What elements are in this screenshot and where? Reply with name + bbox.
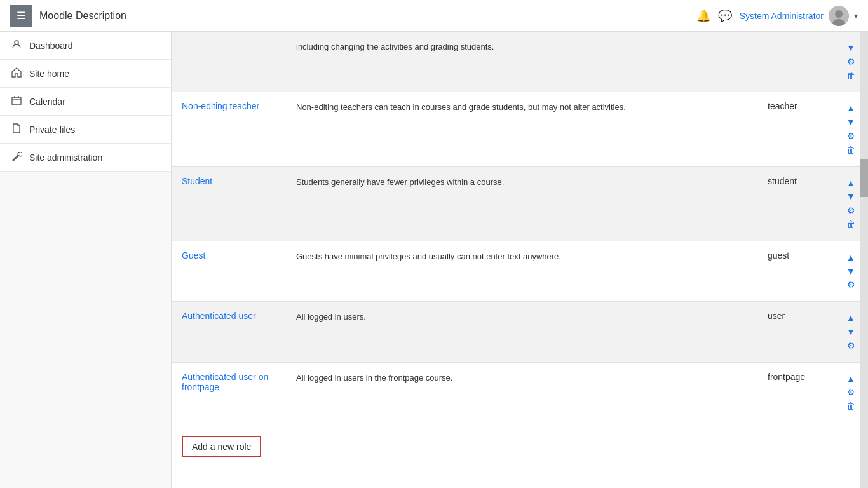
sidebar-item-site-administration[interactable]: Site administration [0,144,171,172]
role-name-cell: Authenticated user [172,302,286,362]
delete-button[interactable]: 🗑 [844,400,858,413]
table-row: Authenticated user on frontpage All logg… [172,362,868,423]
private-files-label: Private files [29,125,75,135]
move-up-button[interactable]: ▲ [844,177,858,190]
table-row: Non-editing teacher Non-editing teachers… [172,92,868,166]
move-down-button[interactable]: ▼ [844,190,858,203]
scrollbar-thumb[interactable] [860,159,868,197]
move-down-button[interactable]: ▼ [844,325,858,339]
settings-button[interactable]: ⚙ [844,55,858,69]
svg-point-1 [835,10,843,18]
role-shortname: teacher [768,101,797,111]
move-up-button[interactable]: ▲ [844,311,858,325]
sidebar-item-site-home[interactable]: Site home [0,60,171,88]
role-name-cell [172,32,286,92]
role-description: All logged in users. [296,312,366,322]
guest-link[interactable]: Guest [182,250,205,261]
student-link[interactable]: Student [182,176,212,186]
svg-point-3 [15,41,18,44]
role-shortname: guest [768,250,789,261]
delete-button[interactable]: 🗑 [844,69,858,83]
role-shortname-cell: student [757,166,834,241]
table-row: Guest Guests have minimal privileges and… [172,241,868,301]
authenticated-user-frontpage-link[interactable]: Authenticated user on frontpage [182,372,268,392]
file-icon [10,123,23,135]
role-name-cell: Guest [172,241,286,301]
move-down-button[interactable]: ▼ [844,41,858,55]
wrench-icon [10,151,23,163]
scrollbar[interactable] [860,32,868,488]
svg-rect-4 [12,97,21,105]
app-title: Moodle Description [39,10,126,22]
role-shortname-cell: frontpage [757,362,834,423]
role-desc-cell: All logged in users in the frontpage cou… [286,362,757,423]
hamburger-button[interactable]: ☰ [10,5,32,27]
sidebar-item-calendar[interactable]: Calendar [0,88,171,116]
delete-button[interactable]: 🗑 [844,218,858,231]
main-layout: Dashboard Site home Calendar [0,32,868,488]
role-description: Non-editing teachers can teach in course… [296,102,626,112]
role-shortname: student [768,176,797,186]
table-row: including changing the activities and gr… [172,32,868,92]
table-row: Authenticated user All logged in users. … [172,302,868,362]
sidebar-item-private-files[interactable]: Private files [0,116,171,144]
role-shortname: user [768,311,785,321]
authenticated-user-link[interactable]: Authenticated user [182,311,256,321]
roles-table: including changing the activities and gr… [172,32,868,423]
table-row: Student Students generally have fewer pr… [172,166,868,241]
settings-button[interactable]: ⚙ [844,386,858,399]
role-description: including changing the activities and gr… [296,42,494,51]
site-admin-label: Site administration [29,152,102,163]
header: ☰ Moodle Description 🔔 💬 System Administ… [0,0,868,32]
role-name-cell: Authenticated user on frontpage [172,362,286,423]
delete-button[interactable]: 🗑 [844,144,858,157]
move-down-button[interactable]: ▼ [844,265,858,278]
move-up-button[interactable]: ▲ [844,102,858,115]
header-right: 🔔 💬 System Administrator ▾ [696,6,858,26]
header-left: ☰ Moodle Description [10,5,126,27]
role-description: Guests have minimal privileges and usual… [296,252,561,261]
settings-button[interactable]: ⚙ [844,204,858,217]
role-shortname-cell [757,32,834,92]
non-editing-teacher-link[interactable]: Non-editing teacher [182,101,259,111]
role-name-cell: Student [172,166,286,241]
avatar [829,6,849,26]
sidebar: Dashboard Site home Calendar [0,32,172,488]
dashboard-label: Dashboard [29,41,73,51]
role-shortname-cell: teacher [757,92,834,166]
chat-icon[interactable]: 💬 [718,9,732,23]
role-shortname: frontpage [768,372,805,382]
move-up-button[interactable]: ▲ [844,372,858,386]
settings-button[interactable]: ⚙ [844,339,858,353]
move-down-button[interactable]: ▼ [844,116,858,129]
role-desc-cell: Students generally have fewer privileges… [286,166,757,241]
role-desc-cell: including changing the activities and gr… [286,32,757,92]
sidebar-item-dashboard[interactable]: Dashboard [0,32,171,60]
dashboard-icon [10,39,23,51]
bell-icon[interactable]: 🔔 [696,9,710,23]
settings-button[interactable]: ⚙ [844,130,858,143]
move-up-button[interactable]: ▲ [844,251,858,264]
dropdown-arrow-icon: ▾ [854,11,858,20]
calendar-icon [10,95,23,107]
role-desc-cell: Guests have minimal privileges and usual… [286,241,757,301]
hamburger-icon: ☰ [17,10,25,22]
role-shortname-cell: guest [757,241,834,301]
user-menu[interactable]: System Administrator ▾ [740,6,858,26]
home-icon [10,67,23,79]
add-new-role-button[interactable]: Add a new role [182,436,261,458]
main-content: including changing the activities and gr… [172,32,868,488]
settings-button[interactable]: ⚙ [844,278,858,292]
role-name-cell: Non-editing teacher [172,92,286,166]
role-description: Students generally have fewer privileges… [296,177,504,187]
role-desc-cell: Non-editing teachers can teach in course… [286,92,757,166]
role-desc-cell: All logged in users. [286,302,757,362]
calendar-label: Calendar [29,97,65,107]
user-name: System Administrator [740,11,824,21]
role-shortname-cell: user [757,302,834,362]
role-description: All logged in users in the frontpage cou… [296,373,452,383]
site-home-label: Site home [29,69,69,79]
